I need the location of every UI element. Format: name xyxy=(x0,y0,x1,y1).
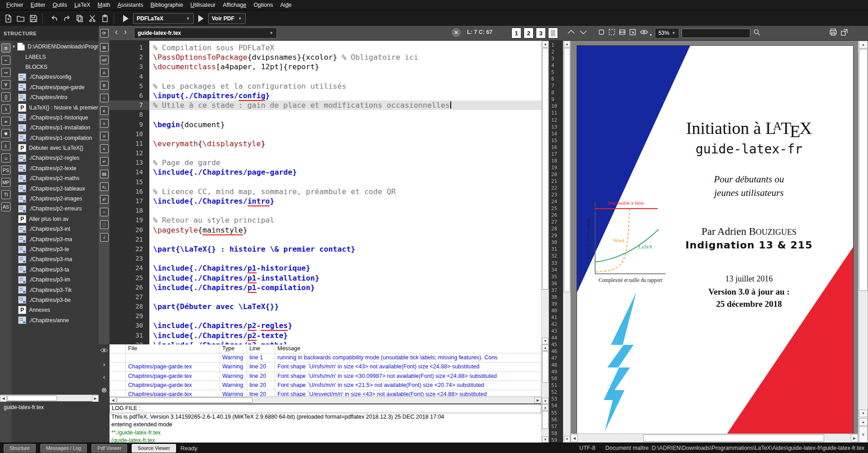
menu-aide[interactable]: Aide xyxy=(277,1,295,9)
code-line[interactable]: \include{./Chapitres/p1-compilation} xyxy=(149,283,541,292)
tree-item[interactable]: ./Chapitres/p3-Tik xyxy=(12,285,99,295)
status-button-structure[interactable]: Structure xyxy=(4,444,36,453)
previous-page-icon[interactable] xyxy=(566,28,576,38)
italic-icon[interactable]: i xyxy=(100,94,109,102)
menu-options[interactable]: Options xyxy=(250,1,277,9)
run-view-icon[interactable] xyxy=(196,13,206,24)
code-line[interactable]: \include{./Chapitres/p2-texte} xyxy=(149,331,541,340)
message-row[interactable]: Chapitres/page-garde.texWarningline 20Fo… xyxy=(110,390,541,396)
tree-item[interactable]: ./Chapitres/config xyxy=(12,72,99,82)
previous-error-icon[interactable]: ‹ xyxy=(103,373,105,381)
next-error-icon[interactable]: › xyxy=(103,361,105,368)
pstricks-tab[interactable]: PS xyxy=(1,166,10,175)
superscript-icon[interactable]: x² xyxy=(100,195,109,204)
print-icon[interactable] xyxy=(829,28,838,38)
menu-assistants[interactable]: Assistants xyxy=(114,1,147,9)
collapse-icon[interactable]: ▼ xyxy=(12,44,17,49)
tree-item[interactable]: ./Chapitres/intro xyxy=(12,92,99,102)
cut-icon[interactable] xyxy=(87,13,98,24)
refresh-icon[interactable]: ⟳ xyxy=(100,29,109,38)
detach-viewer-icon[interactable] xyxy=(840,28,849,38)
tree-item[interactable]: ▼D:\ADRIEN\Downloads\Programmations\LaTe… xyxy=(12,42,99,52)
tree-item[interactable]: ./Chapitres/anne xyxy=(12,315,99,325)
code-line[interactable] xyxy=(149,254,541,263)
code-line[interactable] xyxy=(149,292,541,302)
code-line[interactable] xyxy=(149,206,541,215)
tree-item[interactable]: ./Chapitres/p2-erreurs xyxy=(12,204,99,214)
messages-table[interactable]: FileTypeLineMessageWarningline 1running … xyxy=(110,344,541,396)
split-view-vscrollbar[interactable]: ▲ ▼ xyxy=(563,41,571,443)
log-output[interactable]: LOG FILE :This is pdfTeX, Version 3.1415… xyxy=(110,404,541,443)
tree-item[interactable]: ./Chapitres/p1-historique xyxy=(12,113,99,123)
tree-item[interactable]: ./Chapitres/p2-texte xyxy=(12,163,99,173)
tree-item[interactable]: ./Chapitres/p3-int xyxy=(12,224,99,234)
presentation-eye-icon[interactable]: ▼ xyxy=(639,28,653,38)
dfrac-icon[interactable]: ⬚ xyxy=(100,220,109,229)
page-2-button[interactable]: 2 xyxy=(524,28,534,38)
tree-item[interactable]: ./Chapitres/page-garde xyxy=(12,82,99,92)
view-command-select[interactable]: Voir PDF▼ xyxy=(208,13,246,24)
tree-item[interactable]: ./Chapitres/p2-tableaux xyxy=(12,183,99,193)
menu-affichage[interactable]: Affichage xyxy=(219,1,250,9)
menu-latex[interactable]: LaTeX xyxy=(71,1,94,9)
tree-item[interactable]: BLOCKS xyxy=(12,62,99,72)
menu-outils[interactable]: Outils xyxy=(49,1,71,9)
code-line[interactable]: % Les packages et la configuration utili… xyxy=(149,81,541,91)
newline-icon[interactable]: ↵ xyxy=(100,157,109,166)
paste-icon[interactable] xyxy=(100,13,110,24)
menu-math[interactable]: Math xyxy=(94,1,114,9)
tree-item[interactable]: ./Chapitres/p3-ma xyxy=(12,234,99,244)
sqrt-icon[interactable]: √ xyxy=(100,233,109,242)
code-line[interactable]: % Retour au style principal xyxy=(149,215,541,225)
tree-item[interactable]: ./Chapitres/p2-maths xyxy=(12,173,99,183)
pdf-vscrollbar[interactable]: ▲ ▼ ▲ ▼ xyxy=(858,41,868,443)
tree-item[interactable]: ./Chapitres/p3-ma xyxy=(12,254,99,264)
structure-tab[interactable]: ≣ xyxy=(1,43,10,52)
code-line[interactable] xyxy=(149,148,541,158)
most-used-tab[interactable]: ✱ xyxy=(1,129,10,138)
code-line[interactable] xyxy=(149,129,541,139)
fit-width-icon[interactable] xyxy=(618,28,626,38)
zoom-level-select[interactable]: 53%▼ xyxy=(655,28,679,38)
font-icon[interactable]: A xyxy=(100,68,109,77)
code-line[interactable]: % Compilation sous PDFLaTeX xyxy=(149,43,541,52)
code-line[interactable]: \begin{document} xyxy=(149,120,541,129)
code-line[interactable]: % Utile à ce stade : gain de place et mo… xyxy=(149,100,541,110)
tree-item[interactable]: ./Chapitres/p3-ta xyxy=(12,265,99,275)
tree-item[interactable]: ./Chapitres/p2-images xyxy=(12,194,99,204)
open-document-select[interactable]: guide-latex-fr.tex▼ xyxy=(134,28,277,38)
tree-item[interactable]: ./Chapitres/p1-compilation xyxy=(12,133,99,143)
arrows-tab[interactable]: ⇒ xyxy=(1,68,10,77)
code-line[interactable] xyxy=(149,72,541,81)
redo-icon[interactable] xyxy=(62,13,72,24)
refresh-structure-button[interactable]: ⟳ xyxy=(99,26,110,41)
status-button-messages-log[interactable]: Messages / Log xyxy=(40,444,87,453)
tree-item[interactable]: P\LaTeX{} : histoire \& premier contact xyxy=(12,102,99,112)
menu-fichier[interactable]: Fichier xyxy=(3,1,27,9)
asymptote-tab[interactable]: AS xyxy=(1,202,10,211)
continuous-view-icon[interactable] xyxy=(548,28,558,38)
list-icon[interactable]: ≡ xyxy=(100,144,109,153)
fit-page-icon[interactable] xyxy=(608,28,616,38)
code-line[interactable]: \include{./Chapitres/p2-maths} xyxy=(149,340,541,344)
save-icon[interactable] xyxy=(28,13,39,24)
structure-hscrollbar[interactable]: ◀ ▶ xyxy=(0,395,99,401)
run-icon[interactable] xyxy=(120,13,131,24)
misc-symbols-tab[interactable]: ∞ xyxy=(1,117,10,126)
delimiters-tab[interactable]: {} xyxy=(1,92,10,101)
zoom-area-icon[interactable] xyxy=(629,28,637,38)
emph-icon[interactable]: e xyxy=(100,106,109,115)
original-size-icon[interactable] xyxy=(597,28,606,38)
code-line[interactable]: \part{\LaTeX{} : histoire \& premier con… xyxy=(149,244,541,254)
menu-editer[interactable]: Editer xyxy=(27,1,49,9)
code-line[interactable]: \include{./Chapitres/page-garde} xyxy=(149,167,541,177)
code-line[interactable] xyxy=(149,311,541,321)
menu-bibliographie[interactable]: Bibliographie xyxy=(147,1,186,9)
editor-vscrollbar[interactable]: ▲ ▼ xyxy=(541,41,549,344)
message-row[interactable]: Chapitres/page-garde.texWarningline 20Fo… xyxy=(110,362,541,372)
prev-document-icon[interactable]: ‹ xyxy=(113,28,119,36)
code-line[interactable]: \part{Débuter avec \LaTeX{}} xyxy=(149,302,541,311)
relations-tab[interactable]: ÷ xyxy=(1,56,10,65)
open-folder-icon[interactable] xyxy=(15,13,26,24)
metapost-tab[interactable]: MP xyxy=(1,178,10,187)
